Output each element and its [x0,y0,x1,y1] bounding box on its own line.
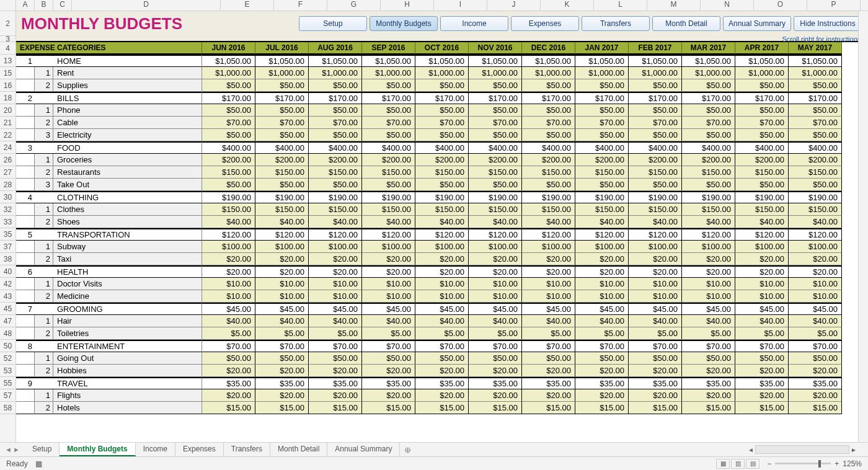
cell-idx[interactable] [16,402,35,414]
cell-idx[interactable] [16,241,35,253]
cell-amount[interactable]: $150.00 [735,166,789,179]
cell-amount[interactable]: $50.00 [469,129,522,141]
cell-amount[interactable]: $1,050.00 [522,55,575,67]
cell-amount[interactable]: $50.00 [415,179,469,191]
cell-amount[interactable]: $170.00 [682,92,735,104]
cell-subidx[interactable]: 3 [35,129,53,141]
cell-amount[interactable]: $150.00 [735,203,789,216]
cell-amount[interactable]: $50.00 [202,352,255,365]
cell-amount[interactable]: $10.00 [682,278,735,290]
cell-amount[interactable]: $40.00 [629,216,682,228]
cell-amount[interactable]: $70.00 [575,340,629,352]
cell-amount[interactable]: $200.00 [415,154,469,166]
cell-amount[interactable]: $150.00 [629,203,682,216]
nav-expenses[interactable]: Expenses [511,16,579,31]
row-21[interactable]: 21 [0,117,16,129]
zoom-in-icon[interactable]: + [835,459,839,468]
cell-amount[interactable]: $50.00 [202,129,255,141]
cell-amount[interactable]: $50.00 [735,179,789,191]
cell-amount[interactable]: $70.00 [309,117,362,129]
select-all-corner[interactable] [0,0,16,11]
cell-name[interactable]: Cable [53,117,202,129]
cell-amount[interactable]: $40.00 [469,315,522,327]
cell-amount[interactable]: $20.00 [682,253,735,265]
cell-amount[interactable]: $150.00 [255,166,309,179]
cell-name[interactable]: Clothes [53,203,202,216]
cell-amount[interactable]: $50.00 [309,352,362,365]
view-page-layout-icon[interactable]: ▥ [731,459,745,469]
cell-amount[interactable]: $1,000.00 [682,67,735,79]
cell-amount[interactable]: $45.00 [362,303,415,315]
cell-amount[interactable]: $35.00 [309,377,362,389]
cell-amount[interactable]: $40.00 [255,216,309,228]
cell-amount[interactable]: $70.00 [469,340,522,352]
cell-amount[interactable]: $400.00 [522,141,575,154]
cell-amount[interactable]: $170.00 [469,92,522,104]
cell-amount[interactable]: $1,000.00 [362,67,415,79]
cell-amount[interactable]: $50.00 [362,129,415,141]
cell-amount[interactable]: $45.00 [522,303,575,315]
cell-subidx[interactable]: 2 [35,365,53,377]
cell-amount[interactable]: $120.00 [202,228,255,241]
nav-income[interactable]: Income [440,16,508,31]
cell-amount[interactable]: $20.00 [255,389,309,402]
cell-amount[interactable]: $20.00 [575,253,629,265]
cell-amount[interactable]: $50.00 [629,104,682,117]
cell-amount[interactable]: $200.00 [255,154,309,166]
cell-amount[interactable]: $1,050.00 [415,55,469,67]
cell-amount[interactable]: $40.00 [682,315,735,327]
cell-amount[interactable]: $50.00 [415,79,469,92]
cell-amount[interactable]: $5.00 [522,327,575,340]
cell-name[interactable]: HOME [53,55,202,67]
cell-subidx[interactable]: 2 [35,79,53,92]
sheet-tab-transfers[interactable]: Transfers [224,443,270,456]
cell-idx[interactable]: 8 [16,340,35,352]
cell-amount[interactable]: $5.00 [202,327,255,340]
cell-name[interactable]: Hobbies [53,365,202,377]
cell-amount[interactable]: $35.00 [362,377,415,389]
cell-subidx[interactable] [35,377,53,389]
cell-amount[interactable]: $40.00 [255,315,309,327]
column-I[interactable]: I [434,0,487,11]
zoom-out-icon[interactable]: − [767,459,771,468]
column-B[interactable]: B [35,0,53,11]
cell-amount[interactable]: $20.00 [309,265,362,278]
cell-amount[interactable]: $50.00 [522,104,575,117]
cell-name[interactable]: Phone [53,104,202,117]
cell-amount[interactable]: $35.00 [629,377,682,389]
cell-idx[interactable] [16,365,35,377]
cell-amount[interactable]: $50.00 [522,79,575,92]
row-55[interactable]: 55 [0,377,16,389]
cell-amount[interactable]: $70.00 [575,117,629,129]
cell-amount[interactable]: $40.00 [735,216,789,228]
cell-amount[interactable]: $120.00 [735,228,789,241]
cell-amount[interactable]: $70.00 [682,340,735,352]
nav-setup[interactable]: Setup [299,16,367,31]
cell-name[interactable]: Taxi [53,253,202,265]
column-A[interactable]: A [16,0,35,11]
column-L[interactable]: L [594,0,647,11]
cell-name[interactable]: Groceries [53,154,202,166]
row-20[interactable]: 20 [0,104,16,117]
cell-amount[interactable]: $50.00 [575,104,629,117]
cell-amount[interactable]: $150.00 [469,203,522,216]
row-2[interactable]: 2 [0,11,16,36]
cell-amount[interactable]: $150.00 [789,166,842,179]
row-45[interactable]: 45 [0,303,16,315]
cell-amount[interactable]: $1,000.00 [255,67,309,79]
cell-idx[interactable]: 5 [16,228,35,241]
header-dec-2016[interactable]: DEC 2016 [522,42,575,55]
cell-amount[interactable]: $50.00 [255,352,309,365]
cell-amount[interactable]: $20.00 [522,265,575,278]
cell-amount[interactable]: $1,050.00 [735,55,789,67]
cell-amount[interactable]: $20.00 [415,265,469,278]
cell-amount[interactable]: $15.00 [789,402,842,414]
cell-amount[interactable]: $50.00 [362,104,415,117]
cell-amount[interactable]: $150.00 [682,166,735,179]
cell-amount[interactable]: $170.00 [415,92,469,104]
nav-annual-summary[interactable]: Annual Summary [723,16,791,31]
row-24[interactable]: 24 [0,141,16,154]
cell-amount[interactable]: $40.00 [202,315,255,327]
cell-name[interactable]: Subway [53,241,202,253]
cell-amount[interactable]: $50.00 [469,179,522,191]
